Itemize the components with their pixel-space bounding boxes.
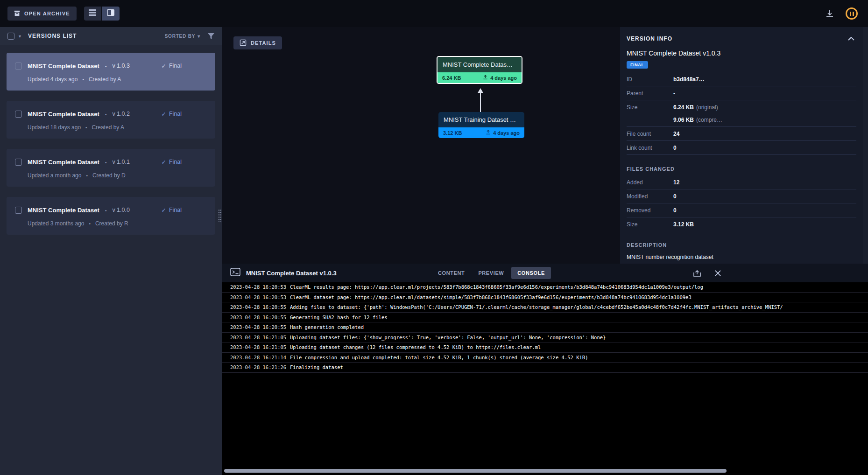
node-title: MNIST Training Dataset … [438, 112, 524, 127]
version-updated: Updated 18 days ago [28, 124, 81, 131]
log-timestamp: 2023-04-28 16:20:55 [222, 304, 290, 310]
final-status-badge: FINAL [627, 61, 648, 69]
info-value: 0 [673, 145, 677, 151]
log-message: ClearML dataset page: https://app.clear.… [290, 294, 692, 300]
console-tab-preview[interactable]: PREVIEW [472, 267, 510, 279]
details-button[interactable]: DETAILS [233, 36, 282, 49]
sorted-by-label: SORTED BY [165, 34, 196, 39]
console-panel: MNIST Complete Dataset v1.0.3 CONTENTPRE… [222, 264, 868, 475]
info-value: 3.12 KB [673, 221, 694, 228]
close-icon[interactable] [714, 270, 721, 277]
download-icon[interactable] [825, 9, 834, 18]
panel-resize-handle[interactable] [218, 209, 222, 222]
info-row-size: Size 6.24 KB(original) 9.06 KB(compre… [627, 100, 856, 127]
info-row-parent: Parent - [627, 86, 856, 100]
version-name: MNIST Complete Dataset [28, 159, 99, 166]
log-row: 2023-04-28 16:21:26 Finalizing dataset [222, 363, 868, 373]
version-created: Created by R [95, 220, 128, 227]
dataset-node-selected[interactable]: MNIST Complete Datas… 6.24 KB 4 days ago [437, 56, 522, 84]
version-card[interactable]: MNIST Complete Dataset v 1.0.0 Final Upd… [7, 197, 215, 235]
version-info-title: VERSION INFO [627, 35, 672, 42]
open-archive-button[interactable]: OPEN ARCHIVE [7, 7, 77, 21]
filter-icon[interactable] [208, 33, 214, 39]
collapse-panel-icon[interactable] [848, 37, 854, 41]
separator-dot-icon [105, 110, 107, 118]
node-updated: 4 days ago [490, 75, 517, 81]
check-icon [161, 63, 166, 70]
log-row: 2023-04-28 16:20:53 ClearML dataset page… [222, 293, 868, 303]
log-row: 2023-04-28 16:20:55 Adding files to data… [222, 302, 868, 313]
version-card[interactable]: MNIST Complete Dataset v 1.0.1 Final Upd… [7, 149, 215, 187]
console-header: MNIST Complete Dataset v1.0.3 CONTENTPRE… [222, 264, 868, 282]
log-message: Hash generation completed [290, 324, 364, 330]
console-log: 2023-04-28 16:20:53 ClearML results page… [222, 282, 868, 475]
log-message: ClearML results page: https://app.clear.… [290, 284, 703, 290]
split-view-button[interactable] [102, 7, 120, 21]
node-title: MNIST Complete Datas… [438, 57, 522, 72]
log-timestamp: 2023-04-28 16:21:05 [222, 344, 290, 350]
select-all-caret-icon[interactable] [19, 34, 21, 39]
version-card[interactable]: MNIST Complete Dataset v 1.0.2 Final Upd… [7, 101, 215, 139]
console-tab-content[interactable]: CONTENT [432, 267, 471, 279]
table-view-icon [89, 9, 96, 18]
sorted-by-dropdown[interactable]: SORTED BY [165, 34, 200, 39]
log-message: Uploading dataset files: {'show_progress… [290, 335, 606, 340]
log-row: 2023-04-28 16:20:53 ClearML results page… [222, 282, 868, 293]
check-icon [161, 159, 166, 166]
content: VERSIONS LIST SORTED BY MNIST Complete D… [0, 27, 868, 475]
info-row-id: ID b3d848a7… [627, 72, 856, 86]
version-card[interactable]: MNIST Complete Dataset v 1.0.3 Final Upd… [7, 53, 215, 91]
version-status-label: Final [169, 159, 182, 165]
info-label: Removed [627, 207, 673, 214]
table-view-button[interactable] [84, 7, 101, 21]
version-name: MNIST Complete Dataset [28, 111, 99, 118]
check-icon [161, 111, 166, 118]
log-message: Generating SHA2 hash for 12 files [290, 314, 388, 320]
separator-dot-icon [85, 124, 87, 131]
split-view-icon [107, 9, 114, 18]
node-footer: 6.24 KB 4 days ago [438, 72, 522, 83]
details-icon [240, 39, 247, 47]
info-note: (original) [696, 104, 718, 111]
version-checkbox[interactable] [15, 111, 22, 118]
console-dataset-title: MNIST Complete Dataset v1.0.3 [246, 270, 337, 277]
version-status-label: Final [169, 207, 182, 213]
version-status: Final [161, 111, 182, 118]
dataset-node[interactable]: MNIST Training Dataset … 3.12 KB 4 days … [438, 112, 524, 138]
lineage-edge-arrowhead [478, 88, 483, 93]
info-label: Modified [627, 193, 673, 200]
archive-icon [14, 10, 20, 17]
lineage-graph: DETAILS MNIST Complete Datas… 6.24 KB 4 … [222, 27, 620, 264]
log-message: Finalizing dataset [290, 364, 343, 370]
version-checkbox[interactable] [15, 207, 22, 214]
separator-dot-icon [105, 158, 107, 166]
version-created: Created by A [89, 76, 121, 83]
info-value: 0 [673, 193, 677, 200]
topbar-actions [825, 7, 861, 20]
separator-dot-icon [82, 76, 84, 83]
version-checkbox[interactable] [15, 63, 22, 70]
graph-row: DETAILS MNIST Complete Datas… 6.24 KB 4 … [222, 27, 868, 264]
log-row: 2023-04-28 16:20:55 Hash generation comp… [222, 322, 868, 333]
version-updated: Updated 3 months ago [28, 220, 84, 227]
info-label: ID [627, 76, 673, 83]
log-row: 2023-04-28 16:21:05 Uploading dataset fi… [222, 333, 868, 343]
log-timestamp: 2023-04-28 16:20:55 [222, 314, 290, 320]
files-changed-row: Added 12 [627, 175, 856, 189]
console-tab-console[interactable]: CONSOLE [511, 267, 551, 279]
versions-list: MNIST Complete Dataset v 1.0.3 Final Upd… [0, 45, 222, 253]
select-all-checkbox[interactable] [7, 33, 14, 40]
info-value: 0 [673, 207, 677, 214]
view-toggle [84, 7, 120, 21]
separator-dot-icon [89, 220, 91, 227]
workers-paused-icon[interactable] [846, 7, 858, 20]
log-row: 2023-04-28 16:21:14 File compression and… [222, 353, 868, 363]
horizontal-scrollbar[interactable] [224, 469, 727, 473]
panel-scrollbar[interactable] [863, 27, 868, 264]
version-checkbox[interactable] [15, 159, 22, 166]
check-icon [161, 207, 166, 214]
info-label: Link count [627, 145, 673, 151]
maximize-icon[interactable] [692, 269, 702, 277]
info-row-file-count: File count 24 [627, 127, 856, 141]
version-number: v 1.0.2 [112, 111, 130, 117]
